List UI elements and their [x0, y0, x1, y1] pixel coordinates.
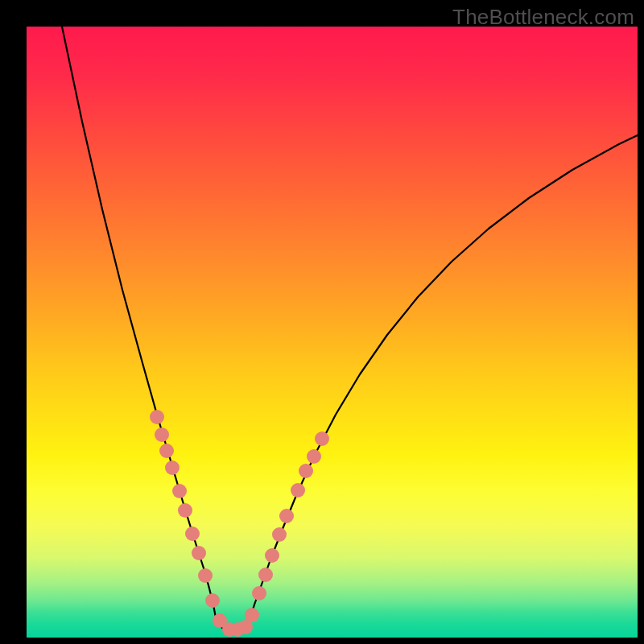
chart-frame: TheBottleneck.com [0, 0, 644, 644]
watermark-text: TheBottleneck.com [452, 5, 634, 30]
dot-icon [192, 546, 206, 560]
dot-icon [165, 460, 180, 475]
dot-icon [245, 608, 259, 622]
dot-icon [150, 410, 164, 424]
dot-icon [178, 503, 192, 518]
scatter-dots-right [245, 431, 329, 622]
dot-icon [315, 431, 329, 446]
dot-icon [155, 427, 169, 442]
dot-icon [291, 483, 305, 497]
plot-area [27, 27, 638, 638]
dot-icon [198, 568, 213, 583]
line-right-branch [249, 135, 638, 622]
dot-icon [185, 526, 200, 541]
dot-icon [299, 464, 313, 478]
dot-icon [258, 568, 273, 582]
dot-icon [205, 593, 220, 608]
dot-icon [279, 509, 294, 523]
chart-svg [27, 27, 638, 638]
curve-path [249, 135, 638, 622]
dot-icon [159, 444, 174, 458]
scatter-dots-left [150, 410, 253, 637]
dot-icon [307, 449, 321, 464]
dot-icon [172, 484, 187, 498]
dot-icon [272, 527, 287, 542]
dot-icon [252, 586, 266, 601]
dot-icon [265, 548, 279, 563]
